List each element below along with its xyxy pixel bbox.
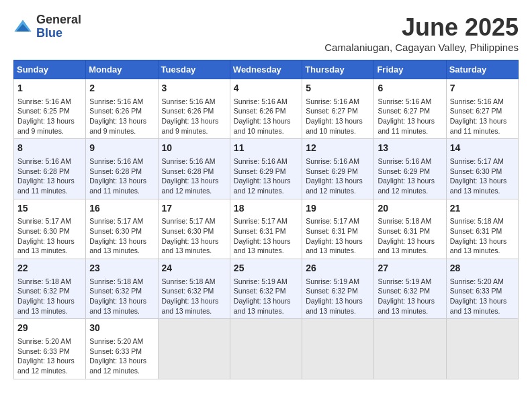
day-number: 19 <box>306 202 370 216</box>
sunrise-text: Sunrise: 5:16 AM <box>378 156 442 167</box>
day-number: 17 <box>162 202 226 216</box>
calendar-cell: 24Sunrise: 5:18 AMSunset: 6:32 PMDayligh… <box>158 259 230 319</box>
calendar-cell: 10Sunrise: 5:16 AMSunset: 6:28 PMDayligh… <box>158 139 230 199</box>
calendar-cell: 5Sunrise: 5:16 AMSunset: 6:27 PMDaylight… <box>302 79 374 139</box>
sunrise-text: Sunrise: 5:16 AM <box>17 156 82 167</box>
sunrise-text: Sunrise: 5:18 AM <box>450 216 515 226</box>
sunrise-text: Sunrise: 5:19 AM <box>306 277 370 287</box>
daylight-text: Daylight: 13 hours and 12 minutes. <box>89 356 154 375</box>
day-number: 10 <box>162 142 226 155</box>
day-number: 21 <box>450 202 515 216</box>
day-header-monday: Monday <box>86 60 158 79</box>
daylight-text: Daylight: 13 hours and 11 minutes. <box>17 176 82 195</box>
day-number: 8 <box>17 142 82 155</box>
calendar-cell: 20Sunrise: 5:18 AMSunset: 6:31 PMDayligh… <box>374 199 446 259</box>
month-title: June 2025 <box>324 13 519 42</box>
sunset-text: Sunset: 6:30 PM <box>450 167 515 177</box>
daylight-text: Daylight: 13 hours and 13 minutes. <box>450 176 515 195</box>
calendar-week-row: 22Sunrise: 5:18 AMSunset: 6:32 PMDayligh… <box>14 259 519 319</box>
calendar-week-row: 15Sunrise: 5:17 AMSunset: 6:30 PMDayligh… <box>14 199 519 259</box>
sunrise-text: Sunrise: 5:18 AM <box>17 277 82 287</box>
calendar-cell: 23Sunrise: 5:18 AMSunset: 6:32 PMDayligh… <box>86 259 158 319</box>
day-number: 18 <box>234 202 298 216</box>
sunset-text: Sunset: 6:27 PM <box>306 106 370 116</box>
daylight-text: Daylight: 13 hours and 11 minutes. <box>450 116 515 136</box>
calendar-cell: 16Sunrise: 5:17 AMSunset: 6:30 PMDayligh… <box>86 199 158 259</box>
daylight-text: Daylight: 13 hours and 13 minutes. <box>306 296 370 316</box>
calendar-cell: 6Sunrise: 5:16 AMSunset: 6:27 PMDaylight… <box>374 79 446 139</box>
day-number: 25 <box>234 262 298 275</box>
sunset-text: Sunset: 6:33 PM <box>89 347 154 357</box>
sunrise-text: Sunrise: 5:17 AM <box>450 156 515 167</box>
daylight-text: Daylight: 13 hours and 13 minutes. <box>234 296 298 316</box>
logo-blue-text: Blue <box>36 27 81 40</box>
daylight-text: Daylight: 13 hours and 13 minutes. <box>450 296 515 316</box>
sunrise-text: Sunrise: 5:20 AM <box>450 277 515 287</box>
day-number: 16 <box>89 202 154 216</box>
day-number: 9 <box>89 142 154 155</box>
daylight-text: Daylight: 13 hours and 13 minutes. <box>89 296 154 316</box>
sunrise-text: Sunrise: 5:19 AM <box>234 277 298 287</box>
day-header-wednesday: Wednesday <box>230 60 302 79</box>
day-number: 12 <box>306 142 370 155</box>
calendar-cell: 30Sunrise: 5:20 AMSunset: 6:33 PMDayligh… <box>86 319 158 379</box>
sunset-text: Sunset: 6:32 PM <box>17 286 82 296</box>
daylight-text: Daylight: 13 hours and 13 minutes. <box>234 236 298 256</box>
calendar-cell: 22Sunrise: 5:18 AMSunset: 6:32 PMDayligh… <box>14 259 86 319</box>
sunrise-text: Sunrise: 5:20 AM <box>17 336 82 347</box>
daylight-text: Daylight: 13 hours and 13 minutes. <box>162 236 226 256</box>
calendar-cell: 27Sunrise: 5:19 AMSunset: 6:32 PMDayligh… <box>374 259 446 319</box>
sunrise-text: Sunrise: 5:16 AM <box>162 97 226 107</box>
daylight-text: Daylight: 13 hours and 13 minutes. <box>378 296 442 316</box>
sunrise-text: Sunrise: 5:18 AM <box>378 216 442 226</box>
calendar-cell <box>446 319 518 379</box>
day-number: 24 <box>162 262 226 275</box>
calendar-cell: 29Sunrise: 5:20 AMSunset: 6:33 PMDayligh… <box>14 319 86 379</box>
daylight-text: Daylight: 13 hours and 13 minutes. <box>378 236 442 256</box>
calendar-cell: 21Sunrise: 5:18 AMSunset: 6:31 PMDayligh… <box>446 199 518 259</box>
calendar-cell: 17Sunrise: 5:17 AMSunset: 6:30 PMDayligh… <box>158 199 230 259</box>
sunset-text: Sunset: 6:32 PM <box>306 286 370 296</box>
calendar-cell: 25Sunrise: 5:19 AMSunset: 6:32 PMDayligh… <box>230 259 302 319</box>
day-number: 13 <box>378 142 442 155</box>
sunset-text: Sunset: 6:29 PM <box>234 167 298 177</box>
day-number: 27 <box>378 262 442 275</box>
calendar-cell: 8Sunrise: 5:16 AMSunset: 6:28 PMDaylight… <box>14 139 86 199</box>
sunset-text: Sunset: 6:33 PM <box>17 347 82 357</box>
daylight-text: Daylight: 13 hours and 12 minutes. <box>378 176 442 195</box>
sunset-text: Sunset: 6:28 PM <box>89 167 154 177</box>
sunrise-text: Sunrise: 5:16 AM <box>450 97 515 107</box>
sunrise-text: Sunrise: 5:17 AM <box>17 216 82 226</box>
logo-general-text: General <box>36 13 81 27</box>
day-number: 6 <box>378 82 442 95</box>
sunrise-text: Sunrise: 5:16 AM <box>306 156 370 167</box>
subtitle: Camalaniugan, Cagayan Valley, Philippine… <box>324 42 519 53</box>
calendar-cell: 7Sunrise: 5:16 AMSunset: 6:27 PMDaylight… <box>446 79 518 139</box>
sunrise-text: Sunrise: 5:18 AM <box>162 277 226 287</box>
sunset-text: Sunset: 6:25 PM <box>17 106 82 116</box>
daylight-text: Daylight: 13 hours and 12 minutes. <box>306 176 370 195</box>
day-header-sunday: Sunday <box>14 60 86 79</box>
sunrise-text: Sunrise: 5:16 AM <box>17 97 82 107</box>
daylight-text: Daylight: 13 hours and 13 minutes. <box>17 236 82 256</box>
sunrise-text: Sunrise: 5:16 AM <box>162 156 226 167</box>
day-number: 1 <box>17 82 82 95</box>
sunset-text: Sunset: 6:31 PM <box>306 226 370 236</box>
day-number: 28 <box>450 262 515 275</box>
day-number: 14 <box>450 142 515 155</box>
days-header-row: SundayMondayTuesdayWednesdayThursdayFrid… <box>14 60 519 79</box>
day-header-saturday: Saturday <box>446 60 518 79</box>
daylight-text: Daylight: 13 hours and 12 minutes. <box>17 356 82 375</box>
day-number: 23 <box>89 262 154 275</box>
sunrise-text: Sunrise: 5:16 AM <box>89 97 154 107</box>
daylight-text: Daylight: 13 hours and 9 minutes. <box>89 116 154 136</box>
daylight-text: Daylight: 13 hours and 12 minutes. <box>234 176 298 195</box>
day-number: 29 <box>17 322 82 335</box>
sunrise-text: Sunrise: 5:17 AM <box>162 216 226 226</box>
calendar-cell: 3Sunrise: 5:16 AMSunset: 6:26 PMDaylight… <box>158 79 230 139</box>
calendar-cell <box>374 319 446 379</box>
calendar-cell: 11Sunrise: 5:16 AMSunset: 6:29 PMDayligh… <box>230 139 302 199</box>
sunset-text: Sunset: 6:29 PM <box>378 167 442 177</box>
day-number: 15 <box>17 202 82 216</box>
sunset-text: Sunset: 6:32 PM <box>378 286 442 296</box>
